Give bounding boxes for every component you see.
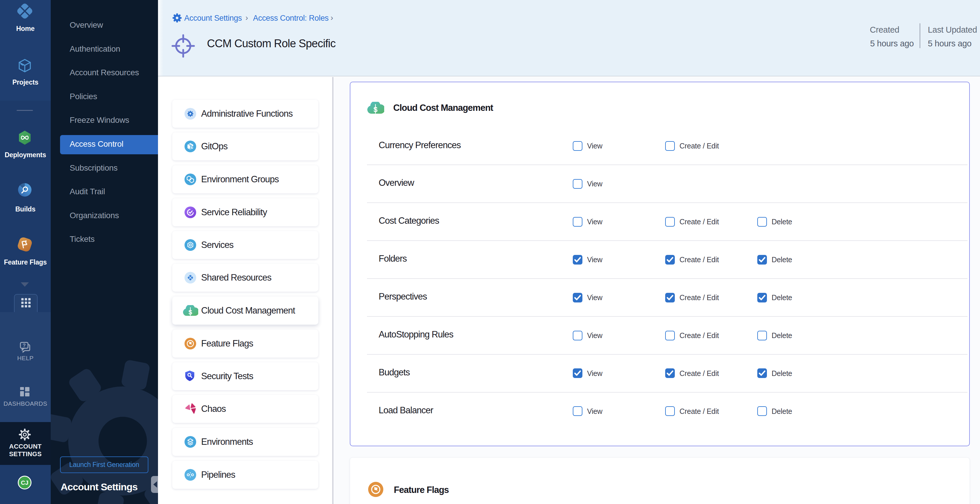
svg-text:?: ?	[23, 343, 25, 348]
